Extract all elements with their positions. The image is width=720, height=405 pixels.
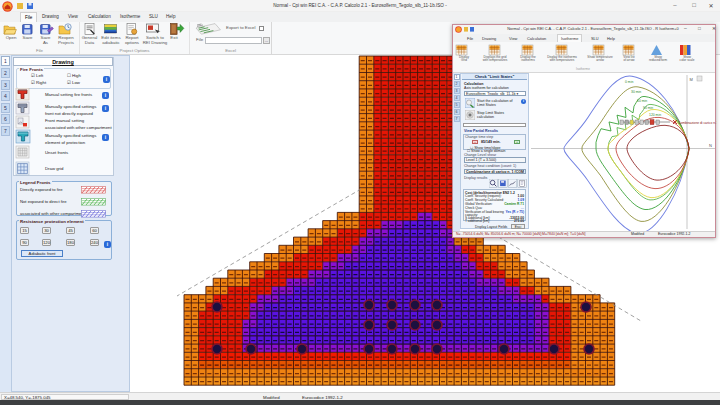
svg-text:60 min: 60 min [637, 99, 647, 103]
svg-text:90 min: 90 min [643, 106, 653, 110]
svg-text:120 min: 120 min [649, 113, 661, 117]
svg-text:0 min: 0 min [625, 80, 633, 84]
svg-text:N: N [709, 143, 712, 148]
svg-text:Combinazione di carico n. 1: Combinazione di carico n. 1 [678, 121, 717, 125]
svg-text:M: M [690, 77, 693, 82]
svg-text:30 min: 30 min [631, 90, 641, 94]
